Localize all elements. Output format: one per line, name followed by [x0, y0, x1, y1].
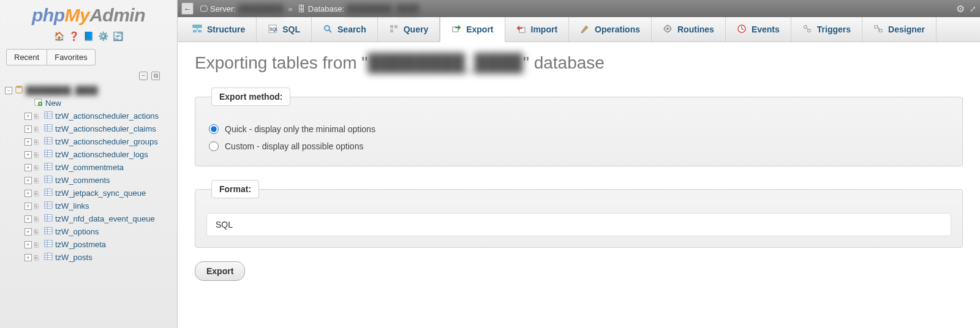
svg-rect-15 [45, 151, 52, 157]
table-row[interactable]: +⎘tzW_options [22, 225, 177, 238]
table-name: tzW_postmeta [55, 240, 106, 249]
recent-button[interactable]: Recent [6, 49, 47, 65]
table-link-icon[interactable]: ⎘ [34, 228, 42, 236]
tree-db-root[interactable]: − ████████_████ [2, 84, 177, 97]
breadcrumb-bar: ← 🖵 Server: ████████ » 🗄 Database: █████… [178, 0, 980, 17]
table-row[interactable]: +⎘tzW_links [22, 199, 177, 212]
tab-label: Designer [888, 24, 925, 34]
table-row[interactable]: +⎘tzW_actionscheduler_actions [22, 110, 177, 122]
table-row[interactable]: +⎘tzW_actionscheduler_claims [22, 122, 177, 135]
logo-admin: Admin [89, 5, 145, 25]
radio-custom[interactable] [209, 141, 219, 151]
panel-toggle-icon[interactable]: ⤢ [970, 4, 976, 13]
radio-quick-row[interactable]: Quick - display only the minimal options [206, 121, 951, 138]
plus-icon[interactable]: + [24, 228, 32, 236]
gear-icon[interactable]: ⚙ [956, 3, 965, 15]
tab-search[interactable]: Search [312, 17, 378, 42]
table-link-icon[interactable]: ⎘ [34, 138, 42, 146]
table-row[interactable]: +⎘tzW_jetpack_sync_queue [22, 187, 177, 199]
table-link-icon[interactable]: ⎘ [34, 215, 42, 223]
table-row[interactable]: +⎘tzW_posts [22, 251, 177, 264]
tab-sql[interactable]: SQLSQL [257, 17, 312, 42]
plus-icon[interactable]: + [24, 151, 32, 158]
tab-structure[interactable]: Structure [181, 17, 257, 42]
table-link-icon[interactable]: ⎘ [34, 241, 42, 248]
plus-icon[interactable]: + [24, 241, 32, 248]
plus-icon[interactable]: + [24, 125, 32, 133]
svg-text:SQL: SQL [270, 27, 277, 32]
server-value[interactable]: ████████ [238, 4, 284, 13]
plus-icon[interactable]: + [24, 203, 32, 210]
minus-icon[interactable]: − [5, 87, 12, 94]
tab-events[interactable]: Events [726, 17, 791, 42]
query-icon [389, 24, 399, 35]
database-value[interactable]: ████████_████ [347, 4, 419, 13]
plus-icon[interactable]: + [24, 138, 32, 146]
logo[interactable]: phpMyAdmin [0, 0, 177, 28]
table-row[interactable]: +⎘tzW_nfd_data_event_queue [22, 212, 177, 225]
plus-icon[interactable]: + [24, 254, 32, 261]
table-row[interactable]: +⎘tzW_actionscheduler_groups [22, 135, 177, 148]
settings-icon[interactable]: ⚙️ [98, 31, 109, 42]
plus-icon[interactable]: + [24, 177, 32, 184]
help-icon[interactable]: ❓ [69, 31, 80, 42]
title-prefix: Exporting tables from " [195, 53, 368, 72]
plus-icon[interactable]: + [24, 113, 32, 120]
tab-triggers[interactable]: Triggers [791, 17, 862, 42]
table-name: tzW_actionscheduler_claims [55, 124, 156, 133]
tab-export[interactable]: Export [440, 17, 505, 42]
tab-operations[interactable]: Operations [569, 17, 652, 42]
tab-routines[interactable]: Routines [652, 17, 726, 42]
collapse-all-icon[interactable]: − [139, 72, 148, 80]
export-button[interactable]: Export [195, 261, 245, 281]
tab-designer[interactable]: Designer [862, 17, 937, 42]
favorites-button[interactable]: Favorites [47, 49, 95, 65]
format-select[interactable]: SQL [206, 213, 951, 236]
table-row[interactable]: +⎘tzW_commentmeta [22, 161, 177, 174]
doc-icon[interactable]: 📘 [83, 31, 94, 42]
back-button[interactable]: ← [181, 2, 194, 15]
table-link-icon[interactable]: ⎘ [34, 164, 42, 171]
tab-label: Export [466, 24, 493, 34]
table-row[interactable]: +⎘tzW_postmeta [22, 238, 177, 251]
table-link-icon[interactable]: ⎘ [34, 125, 42, 133]
svg-rect-31 [45, 202, 52, 209]
table-link-icon[interactable]: ⎘ [34, 113, 42, 120]
svg-rect-59 [390, 25, 393, 28]
table-row[interactable]: +⎘tzW_comments [22, 174, 177, 187]
table-link-icon[interactable]: ⎘ [34, 254, 42, 261]
table-name: tzW_actionscheduler_groups [55, 137, 158, 146]
tree-new-table[interactable]: New [32, 97, 177, 110]
home-icon[interactable]: 🏠 [54, 31, 65, 42]
table-link-icon[interactable]: ⎘ [34, 151, 42, 158]
tab-import[interactable]: Import [505, 17, 570, 42]
tab-label: Import [531, 24, 558, 34]
operations-icon [580, 24, 590, 35]
plus-icon[interactable]: + [24, 215, 32, 223]
table-name: tzW_links [55, 201, 89, 211]
table-icon [44, 111, 53, 121]
triggers-icon [802, 24, 812, 35]
sql-icon: SQL [268, 24, 277, 35]
table-link-icon[interactable]: ⎘ [34, 203, 42, 210]
table-link-icon[interactable]: ⎘ [34, 190, 42, 197]
radio-quick[interactable] [209, 124, 219, 134]
plus-icon[interactable]: + [24, 190, 32, 197]
plus-icon[interactable]: + [24, 164, 32, 171]
link-icon[interactable]: ⧉ [151, 72, 160, 80]
logo-php: php [32, 5, 64, 25]
structure-icon [192, 24, 202, 35]
format-legend: Format: [211, 180, 259, 198]
table-icon [44, 214, 53, 224]
table-row[interactable]: +⎘tzW_actionscheduler_logs [22, 148, 177, 161]
server-label: Server: [210, 4, 236, 13]
table-link-icon[interactable]: ⎘ [34, 177, 42, 184]
export-method-legend: Export method: [211, 88, 290, 106]
table-name: tzW_actionscheduler_logs [55, 150, 148, 159]
svg-rect-23 [45, 176, 52, 183]
reload-icon[interactable]: 🔄 [113, 31, 124, 42]
new-icon [34, 98, 43, 108]
tab-label: Structure [207, 24, 245, 34]
radio-custom-row[interactable]: Custom - display all possible options [206, 138, 951, 155]
tab-query[interactable]: Query [378, 17, 440, 42]
